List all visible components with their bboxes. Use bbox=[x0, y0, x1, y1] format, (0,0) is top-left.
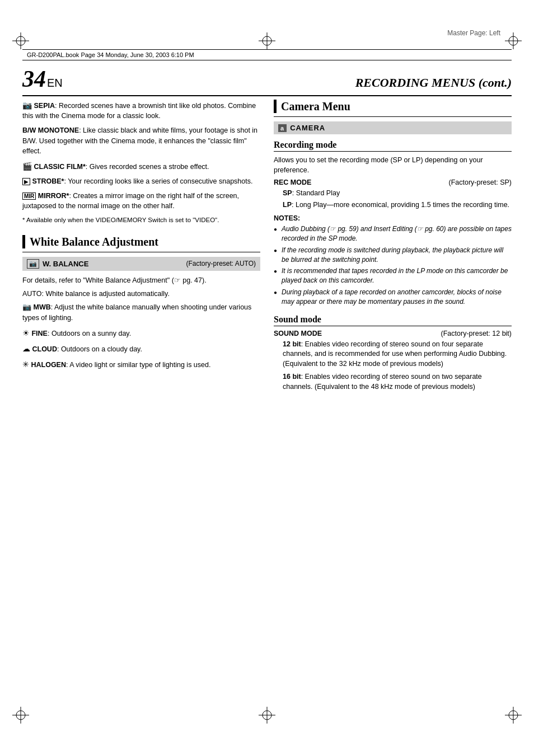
left-column: 📷 SEPIA: Recorded scenes have a brownish… bbox=[22, 100, 260, 393]
halogen-label: HALOGEN bbox=[31, 361, 66, 369]
bit12-label: 12 bit bbox=[283, 340, 301, 348]
right-column: Camera Menu a CAMERA Recording mode Allo… bbox=[274, 100, 512, 393]
bw-label: B/W MONOTONE bbox=[22, 126, 79, 134]
cloud-label: CLOUD bbox=[32, 345, 57, 353]
sound-mode-line: SOUND MODE (Factory-preset: 12 bit) bbox=[274, 330, 512, 337]
reg-mark-bm bbox=[259, 707, 275, 724]
page-header: 34 EN RECORDING MENUS (cont.) bbox=[22, 67, 512, 91]
page-en-label: EN bbox=[47, 77, 63, 90]
recording-mode-intro: Allows you to set the recording mode (SP… bbox=[274, 155, 512, 175]
note-item-2: If the recording mode is switched during… bbox=[274, 246, 512, 265]
sound-mode-preset: (Factory-preset: 12 bit) bbox=[441, 330, 512, 337]
page-number: 34 bbox=[22, 67, 46, 91]
content-area: 📷 SEPIA: Recorded scenes have a brownish… bbox=[22, 100, 512, 393]
sp-text: : Standard Play bbox=[292, 189, 340, 197]
fine-label: FINE bbox=[31, 330, 47, 337]
classic-film-block: 🎬 CLASSIC FILM*: Gives recorded scenes a… bbox=[22, 161, 260, 172]
reg-mark-tm bbox=[259, 32, 275, 49]
lp-label: LP bbox=[283, 201, 292, 209]
fine-block: ☀ FINE: Outdoors on a sunny day. bbox=[22, 327, 260, 339]
sp-label: SP bbox=[283, 189, 292, 197]
camera-bar: a CAMERA bbox=[274, 121, 512, 134]
camera-menu-divider bbox=[274, 116, 512, 117]
mwb-block: 📷 MWB: Adjust the white balance manually… bbox=[22, 302, 260, 323]
sound-mode-heading: Sound mode bbox=[274, 314, 512, 326]
bit16-text: : Enables video recording of stereo soun… bbox=[283, 373, 482, 391]
wbalance-bar: 📷 W. BALANCE (Factory-preset: AUTO) bbox=[22, 257, 260, 271]
sepia-block: 📷 SEPIA: Recorded scenes have a brownish… bbox=[22, 100, 260, 121]
sepia-label: SEPIA bbox=[34, 102, 55, 110]
bw-monotone-block: B/W MONOTONE: Like classic black and whi… bbox=[22, 125, 260, 156]
notes-heading: NOTES: bbox=[274, 214, 512, 222]
classic-film-label: CLASSIC FILM* bbox=[34, 163, 85, 171]
sound-mode-label: SOUND MODE bbox=[274, 330, 322, 337]
mirror-block: MIR MIRROR*: Creates a mirror image on t… bbox=[22, 191, 260, 211]
note-item-1: Audio Dubbing (☞ pg. 59) and Insert Edit… bbox=[274, 224, 512, 243]
note-item-4: During playback of a tape recorded on an… bbox=[274, 288, 512, 307]
bit16-detail: 16 bit: Enables video recording of stere… bbox=[283, 372, 512, 392]
master-header: Master Page: Left bbox=[447, 29, 500, 37]
mwb-text: : Adjust the white balance manually when… bbox=[22, 303, 251, 322]
rec-mode-line: REC MODE (Factory-preset: SP) bbox=[274, 179, 512, 186]
camera-bar-label: CAMERA bbox=[290, 124, 325, 132]
page: Master Page: Left GR-D200PAL.book Page 3… bbox=[0, 0, 534, 756]
bit12-text: : Enables video recording of stereo soun… bbox=[283, 340, 507, 368]
camera-menu-heading: Camera Menu bbox=[274, 100, 512, 113]
rec-mode-label: REC MODE bbox=[274, 179, 311, 186]
strobe-text: : Your recording looks like a series of … bbox=[64, 177, 252, 185]
wbalance-preset: (Factory-preset: AUTO) bbox=[186, 260, 256, 267]
reg-mark-br bbox=[505, 707, 522, 724]
header-divider bbox=[22, 95, 512, 96]
note-item-3: It is recommended that tapes recorded in… bbox=[274, 266, 512, 285]
reg-mark-bl bbox=[12, 707, 29, 724]
file-info-bar: GR-D200PAL.book Page 34 Monday, June 30,… bbox=[22, 49, 512, 60]
halogen-block: ✳ HALOGEN: A video light or similar type… bbox=[22, 359, 260, 370]
white-balance-divider bbox=[22, 252, 260, 252]
strobe-label: STROBE* bbox=[32, 177, 64, 185]
bit16-label: 16 bit bbox=[283, 373, 301, 381]
wbalance-icon: 📷 bbox=[27, 259, 39, 269]
white-balance-heading: White Balance Adjustment bbox=[22, 235, 260, 248]
wbalance-label: W. BALANCE bbox=[43, 260, 88, 268]
recording-mode-heading: Recording mode bbox=[274, 140, 512, 152]
reg-mark-tr bbox=[505, 32, 522, 49]
mirror-label: MIRROR* bbox=[38, 192, 69, 200]
rec-mode-preset: (Factory-preset: SP) bbox=[448, 179, 512, 186]
page-title: RECORDING MENUS (cont.) bbox=[63, 76, 512, 90]
sp-detail: SP: Standard Play bbox=[283, 189, 512, 199]
strobe-block: ▶ STROBE*: Your recording looks like a s… bbox=[22, 176, 260, 186]
bit12-detail: 12 bit: Enables video recording of stere… bbox=[283, 340, 512, 369]
reg-mark-tl bbox=[12, 32, 29, 49]
wbalance-left: 📷 W. BALANCE bbox=[27, 259, 88, 269]
fine-text: : Outdoors on a sunny day. bbox=[48, 330, 131, 337]
notes-list: Audio Dubbing (☞ pg. 59) and Insert Edit… bbox=[274, 224, 512, 306]
asterisk-note: * Available only when the VIDEO/MEMORY S… bbox=[22, 215, 260, 224]
classic-film-text: : Gives recorded scenes a strobe effect. bbox=[86, 163, 209, 171]
camera-icon: a bbox=[278, 124, 287, 132]
wbalance-detail-2: AUTO: White balance is adjusted automati… bbox=[22, 289, 260, 299]
cloud-text: : Outdoors on a cloudy day. bbox=[57, 345, 142, 353]
lp-text: : Long Play—more economical, providing 1… bbox=[292, 201, 509, 209]
white-balance-section: White Balance Adjustment 📷 W. BALANCE (F… bbox=[22, 235, 260, 370]
lp-detail: LP: Long Play—more economical, providing… bbox=[283, 200, 512, 210]
halogen-text: : A video light or similar type of light… bbox=[66, 361, 210, 369]
cloud-block: ☁ CLOUD: Outdoors on a cloudy day. bbox=[22, 343, 260, 354]
mwb-label: MWB bbox=[33, 303, 50, 311]
sepia-text: : Recorded scenes have a brownish tint l… bbox=[22, 102, 256, 120]
wbalance-detail-1: For details, refer to "White Balance Adj… bbox=[22, 275, 260, 285]
